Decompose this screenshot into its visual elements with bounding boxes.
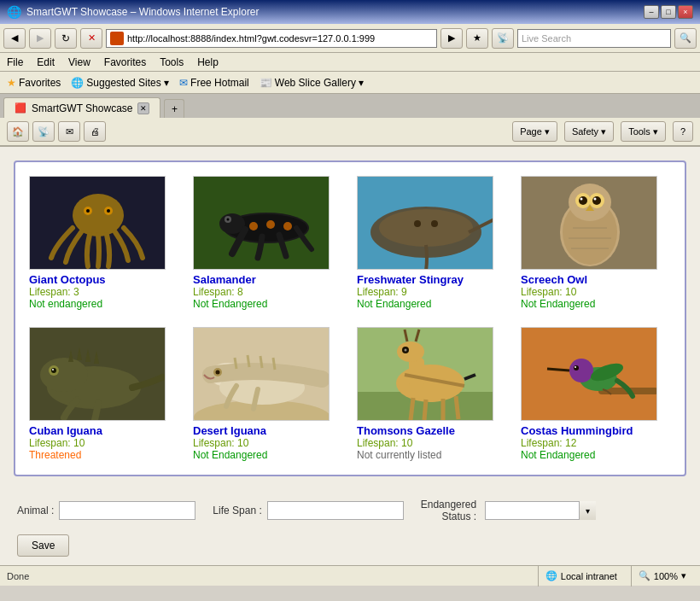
menu-file[interactable]: File — [7, 56, 23, 68]
search-go-btn[interactable]: 🔍 — [674, 28, 697, 49]
svg-line-70 — [456, 396, 458, 419]
svg-point-29 — [579, 196, 587, 205]
status-label: Status : — [441, 511, 476, 522]
svg-point-30 — [592, 196, 601, 205]
save-area: Save — [0, 531, 700, 565]
svg-point-12 — [249, 222, 258, 230]
svg-point-39 — [40, 358, 88, 392]
hotmail-button[interactable]: ✉ Free Hotmail — [179, 77, 249, 89]
svg-point-56 — [216, 371, 220, 375]
tab-favicon: 🟥 — [15, 102, 26, 114]
status-form-group: Endangered Status : Not Endangered Threa… — [421, 499, 596, 522]
web-slice-button[interactable]: 📰 Web Slice Gallery ▾ — [260, 77, 364, 89]
stop-button[interactable]: ✕ — [80, 28, 102, 49]
zoom-segment: 🔍 100% ▾ — [631, 566, 693, 586]
svg-point-11 — [227, 219, 230, 221]
animal-name[interactable]: Giant Octopus — [29, 273, 106, 286]
animal-status: Not Endangered — [193, 449, 267, 461]
svg-point-31 — [580, 198, 583, 201]
favorites-button[interactable]: ★ Favorites — [7, 77, 61, 89]
animal-status: Not Endangered — [357, 298, 431, 310]
minimize-button[interactable]: – — [644, 5, 659, 19]
svg-point-77 — [574, 365, 579, 371]
feeds-btn[interactable]: 📡 — [492, 28, 514, 49]
animal-card[interactable]: Thomsons GazelleLifespan: 10Not currentl… — [357, 327, 507, 461]
toolbar-right: Page ▾ Safety ▾ Tools ▾ ? — [512, 121, 693, 142]
ie-logo: 🌐 — [7, 5, 21, 19]
animal-status: Threatened — [29, 449, 81, 461]
close-button[interactable]: × — [678, 5, 693, 19]
lifespan-input[interactable] — [267, 501, 404, 520]
tools-dropdown[interactable]: Tools ▾ — [621, 121, 666, 142]
go-button[interactable]: ▶ — [440, 28, 463, 49]
help-btn[interactable]: ? — [673, 121, 693, 142]
globe-icon: 🌐 — [71, 77, 84, 89]
animal-name[interactable]: Screech Owl — [521, 273, 587, 286]
animal-card[interactable]: Cuban IguanaLifespan: 10Threatened — [29, 327, 179, 461]
animal-name[interactable]: Costas Hummingbird — [521, 424, 633, 437]
animal-lifespan: Lifespan: 3 — [29, 286, 79, 298]
animal-name[interactable]: Desert Iguana — [193, 424, 266, 437]
animal-image — [29, 176, 166, 270]
menu-edit[interactable]: Edit — [37, 56, 55, 68]
animal-status: Not Endangered — [521, 449, 595, 461]
hotmail-label: Free Hotmail — [190, 77, 249, 89]
mail-btn[interactable]: ✉ — [58, 121, 80, 142]
hotmail-icon: ✉ — [179, 77, 188, 89]
animal-input[interactable] — [59, 501, 195, 520]
animal-name[interactable]: Salamander — [193, 273, 256, 286]
menu-view[interactable]: View — [68, 56, 90, 68]
menu-favorites[interactable]: Favorites — [104, 56, 146, 68]
back-button[interactable]: ◀ — [3, 28, 26, 49]
favorites-btn[interactable]: ★ — [466, 28, 488, 49]
tab-close-button[interactable]: ✕ — [137, 102, 149, 114]
home-btn[interactable]: 🏠 — [7, 121, 29, 142]
maximize-button[interactable]: □ — [661, 5, 676, 19]
animal-name[interactable]: Thomsons Gazelle — [357, 424, 455, 437]
toolbar-left: 🏠 📡 ✉ 🖨 — [7, 121, 106, 142]
feeds-toolbar-btn[interactable]: 📡 — [32, 121, 55, 142]
safety-dropdown[interactable]: Safety ▾ — [564, 121, 614, 142]
tools-label: Tools ▾ — [628, 126, 658, 137]
animal-name[interactable]: Freshwater Stingray — [357, 273, 464, 286]
print-btn[interactable]: 🖨 — [84, 121, 106, 142]
address-bar: ◀ ▶ ↻ ✕ http://localhost:8888/index.html… — [0, 24, 700, 53]
animal-card[interactable]: Desert IguanaLifespan: 10Not Endangered — [193, 327, 343, 461]
status-bar: Done 🌐 Local intranet 🔍 100% ▾ — [0, 565, 700, 586]
status-text: Done — [7, 571, 29, 581]
animal-card[interactable]: SalamanderLifespan: 8Not Endangered — [193, 176, 343, 310]
animal-card[interactable]: Giant OctopusLifespan: 3Not endangered — [29, 176, 179, 310]
animal-name[interactable]: Cuban Iguana — [29, 424, 102, 437]
svg-line-76 — [547, 369, 569, 371]
page-dropdown[interactable]: Page ▾ — [512, 121, 557, 142]
animal-card[interactable]: Screech OwlLifespan: 10Not Endangered — [521, 176, 671, 310]
svg-rect-60 — [409, 358, 424, 388]
zoom-arrow[interactable]: ▾ — [681, 570, 686, 581]
svg-line-51 — [235, 358, 236, 369]
address-input[interactable]: http://localhost:8888/index.html?gwt.cod… — [106, 29, 437, 48]
animal-form-group: Animal : — [17, 501, 195, 520]
tab-bar: 🟥 SmartGWT Showcase ✕ + — [0, 94, 700, 118]
svg-point-78 — [575, 366, 576, 368]
svg-point-45 — [51, 368, 56, 373]
svg-point-19 — [414, 220, 421, 227]
suggested-sites-button[interactable]: 🌐 Suggested Sites ▾ — [71, 77, 169, 89]
svg-point-14 — [283, 222, 292, 230]
browser-toolbar: 🏠 📡 ✉ 🖨 Page ▾ Safety ▾ Tools ▾ ? — [0, 118, 700, 147]
content-area: Giant OctopusLifespan: 3Not endangered S… — [0, 147, 700, 490]
forward-button[interactable]: ▶ — [29, 28, 51, 49]
menu-tools[interactable]: Tools — [160, 56, 184, 68]
svg-point-46 — [52, 369, 54, 371]
browser-tab[interactable]: 🟥 SmartGWT Showcase ✕ — [3, 97, 160, 118]
animal-card[interactable]: Freshwater StingrayLifespan: 9Not Endang… — [357, 176, 507, 310]
search-box[interactable]: Live Search — [517, 29, 671, 48]
menu-help[interactable]: Help — [197, 56, 219, 68]
lifespan-form-group: Life Span : — [213, 501, 403, 520]
save-button[interactable]: Save — [17, 534, 69, 557]
animal-status: Not currently listed — [357, 449, 441, 461]
new-tab-button[interactable]: + — [164, 99, 184, 118]
animal-card[interactable]: Costas HummingbirdLifespan: 12Not Endang… — [521, 327, 671, 461]
refresh-button[interactable]: ↻ — [55, 28, 77, 49]
animal-lifespan: Lifespan: 10 — [521, 286, 576, 298]
status-select[interactable]: Not Endangered Threatened Endangered Not… — [485, 501, 596, 520]
